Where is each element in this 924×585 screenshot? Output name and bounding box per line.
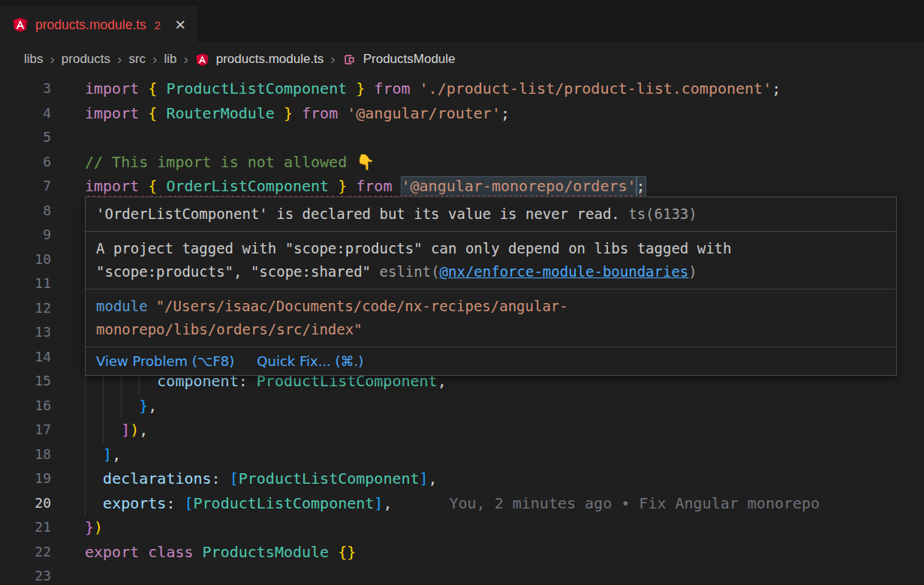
- close-icon[interactable]: ×: [175, 17, 185, 32]
- breadcrumb: libs › products › src › lib › products.m…: [0, 44, 924, 75]
- diagnostic-eslint-text: "scope:products", "scope:shared": [96, 263, 380, 280]
- hover-status-bar: View Problem (⌥F8) Quick Fix... (⌘.): [86, 347, 896, 375]
- code-token: [293, 104, 302, 122]
- code-token: ,: [112, 446, 121, 464]
- code-token: [347, 177, 356, 195]
- view-problem-link[interactable]: View Problem (⌥F8): [96, 353, 234, 369]
- line-content: }): [85, 515, 103, 540]
- code-line[interactable]: 3import { ProductListComponent } from '.…: [0, 76, 924, 101]
- tab-label: products.module.ts: [35, 17, 146, 33]
- code-token: '@angular-monorepo/orders': [402, 177, 637, 195]
- diagnostic-ts-source: ts(6133): [628, 206, 697, 222]
- code-token: ]: [103, 446, 112, 464]
- line-content: },: [85, 394, 157, 418]
- class-symbol-icon: [342, 52, 357, 67]
- line-content: export class ProductsModule {}: [85, 540, 356, 565]
- line-number: 6: [0, 150, 51, 175]
- line-content: ]),: [85, 418, 148, 442]
- code-token: ]: [420, 470, 429, 488]
- code-token: [139, 543, 148, 561]
- code-line[interactable]: 22export class ProductsModule {}: [0, 540, 924, 565]
- breadcrumb-item-src[interactable]: src: [128, 52, 146, 67]
- code-line[interactable]: 20 exports: [ProductListComponent],You, …: [0, 491, 924, 516]
- quick-fix-link[interactable]: Quick Fix... (⌘.): [257, 353, 363, 369]
- line-number: 18: [0, 442, 51, 467]
- line-number: 13: [0, 320, 51, 345]
- chevron-right-icon: ›: [152, 51, 157, 68]
- code-line[interactable]: 18 ],: [0, 442, 924, 467]
- code-line[interactable]: 6// This import is not allowed 👇: [0, 150, 924, 175]
- code-token: [157, 104, 166, 122]
- code-token: ]: [374, 494, 383, 512]
- code-token: [347, 80, 356, 98]
- code-token: }: [356, 80, 365, 98]
- code-line[interactable]: 17 ]),: [0, 418, 924, 442]
- diagnostic-eslint-source-suffix: ): [688, 263, 697, 280]
- line-number: 10: [0, 248, 51, 272]
- line-content: ],: [85, 442, 121, 467]
- code-token: }: [85, 518, 94, 536]
- line-content: // This import is not allowed 👇: [85, 150, 375, 175]
- code-token: exports: [103, 494, 166, 512]
- tab-products-module[interactable]: products.module.ts 2 ×: [0, 6, 197, 44]
- eslint-rule-link[interactable]: @nx/enforce-module-boundaries: [440, 263, 689, 280]
- line-number: 9: [0, 223, 51, 248]
- code-token: [139, 80, 148, 98]
- code-token: }: [338, 177, 347, 195]
- line-content: declarations: [ProductListComponent],: [85, 466, 438, 491]
- code-token: [275, 104, 284, 122]
- code-token: ,: [383, 494, 392, 512]
- module-keyword: module: [96, 298, 148, 314]
- code-line[interactable]: 19 declarations: [ProductListComponent],: [0, 466, 924, 491]
- indent-guide: [85, 394, 86, 418]
- line-number: 8: [0, 199, 51, 224]
- breadcrumb-item-file[interactable]: products.module.ts: [216, 52, 324, 67]
- diagnostic-eslint-source-prefix: eslint(: [380, 263, 440, 280]
- line-number: 21: [0, 515, 51, 540]
- code-token: RouterModule: [166, 104, 275, 122]
- code-token: ProductsModule: [203, 543, 330, 561]
- code-line[interactable]: 16 },: [0, 394, 924, 418]
- code-token: ;: [637, 177, 646, 195]
- line-number: 17: [0, 418, 51, 442]
- code-token: [329, 177, 338, 195]
- code-token: You, 2 minutes ago • Fix Angular monorep…: [449, 494, 820, 512]
- hover-popup: 'OrderListComponent' is declared but its…: [85, 196, 897, 376]
- code-token: ): [130, 421, 139, 439]
- chevron-right-icon: ›: [117, 51, 122, 68]
- indent-guide: [85, 466, 86, 491]
- code-line[interactable]: 4import { RouterModule } from '@angular/…: [0, 101, 924, 126]
- code-token: [139, 104, 148, 122]
- code-token: // This import is not allowed: [85, 153, 356, 171]
- code-token: ProductListComponent: [166, 80, 347, 98]
- code-token: [411, 80, 420, 98]
- code-token: [221, 470, 230, 488]
- tab-bar: products.module.ts 2 ×: [0, 0, 924, 44]
- line-number: 22: [0, 540, 51, 565]
- code-token: ,: [139, 421, 148, 439]
- code-line[interactable]: 23: [0, 564, 924, 585]
- diagnostic-eslint: A project tagged with "scope:products" c…: [86, 232, 896, 290]
- line-number: 5: [0, 125, 51, 150]
- line-number: 12: [0, 296, 51, 321]
- code-token: ProductListComponent: [194, 494, 375, 512]
- line-number: 16: [0, 394, 51, 418]
- breadcrumb-item-lib[interactable]: lib: [164, 52, 176, 67]
- indent-guide: [85, 418, 86, 442]
- module-path-line2: monorepo/libs/orders/src/index": [96, 321, 363, 338]
- breadcrumb-item-libs[interactable]: libs: [24, 52, 44, 67]
- line-number: 11: [0, 272, 51, 296]
- code-line[interactable]: 7import { OrderListComponent } from '@an…: [0, 174, 924, 199]
- code-token: }: [284, 104, 293, 122]
- code-token: ;: [772, 80, 781, 98]
- angular-icon: [195, 52, 209, 67]
- code-line[interactable]: 5: [0, 125, 924, 150]
- code-token: [85, 446, 103, 464]
- line-number: 15: [0, 369, 51, 394]
- code-line[interactable]: 21}): [0, 515, 924, 540]
- breadcrumb-item-products[interactable]: products: [62, 52, 110, 67]
- indent-guide: [85, 491, 86, 516]
- code-token: :: [212, 470, 221, 488]
- code-token: import: [85, 177, 139, 195]
- breadcrumb-item-symbol[interactable]: ProductsModule: [363, 52, 456, 67]
